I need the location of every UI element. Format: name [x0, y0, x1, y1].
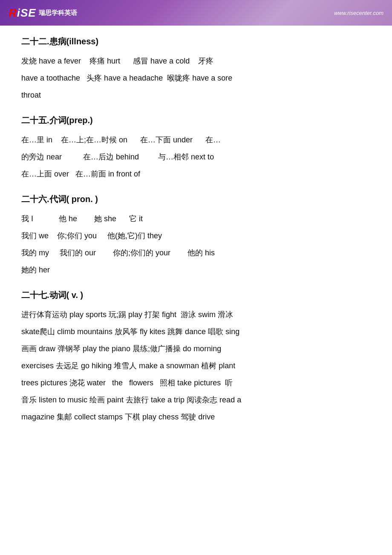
pron-text-4: 她的 her	[21, 262, 371, 278]
section-illness-body: 发烧 have a fever 疼痛 hurt 感冒 have a cold 牙…	[21, 53, 371, 103]
verb-text-5: trees pictures 浇花 water the flowers 照相 t…	[21, 375, 371, 390]
section-prep-body: 在…里 in 在…上;在…时候 on 在…下面 under 在… 的旁边 nea…	[21, 132, 371, 182]
verb-text-4: exercises 去远足 go hiking 堆雪人 make a snowm…	[21, 358, 371, 373]
logo-i: i	[17, 6, 20, 19]
logo-chinese: 瑞思学科英语	[39, 9, 77, 17]
pron-text-3: 我的 my 我们的 our 你的;你们的 your 他的 his	[21, 245, 371, 260]
illness-text: 发烧 have a fever 疼痛 hurt 感冒 have a cold 牙…	[21, 53, 371, 69]
section-illness: 二十二.患病(illness) 发烧 have a fever 疼痛 hurt …	[21, 36, 371, 103]
illness-text-3: throat	[21, 87, 371, 103]
section-pron-title: 二十六.代词( pron. )	[21, 194, 371, 205]
header-website: www.risecenter.com	[334, 10, 383, 16]
logo-area: RiSE 瑞思学科英语	[9, 6, 77, 20]
section-prep: 二十五.介词(prep.) 在…里 in 在…上;在…时候 on 在…下面 un…	[21, 115, 371, 182]
section-verb-body: 进行体育运动 play sports 玩;踢 play 打架 fight 游泳 …	[21, 307, 371, 425]
prep-text-2: 的旁边 near 在…后边 behind 与…相邻 next to	[21, 149, 371, 165]
verb-text-7: magazine 集邮 collect stamps 下棋 play chess…	[21, 409, 371, 425]
pron-text-1: 我 I 他 he 她 she 它 it	[21, 211, 371, 226]
prep-text-1: 在…里 in 在…上;在…时候 on 在…下面 under 在…	[21, 132, 371, 147]
logo-rise: RiSE	[9, 6, 36, 20]
header-banner: RiSE 瑞思学科英语 www.risecenter.com	[0, 0, 392, 26]
verb-text-1: 进行体育运动 play sports 玩;踢 play 打架 fight 游泳 …	[21, 307, 371, 322]
section-prep-title: 二十五.介词(prep.)	[21, 115, 371, 126]
verb-text-3: 画画 draw 弹钢琴 play the piano 晨练;做广播操 do mo…	[21, 341, 371, 356]
verb-text-6: 音乐 listen to music 绘画 paint 去旅行 take a t…	[21, 392, 371, 408]
prep-text-3: 在…上面 over 在…前面 in front of	[21, 166, 371, 182]
illness-text-2: have a toothache 头疼 have a headache 喉咙疼 …	[21, 70, 371, 86]
section-verb-title: 二十七.动词( v. )	[21, 289, 371, 301]
content-area: 二十二.患病(illness) 发烧 have a fever 疼痛 hurt …	[0, 36, 392, 425]
section-illness-title: 二十二.患病(illness)	[21, 36, 371, 47]
verb-text-2: skate爬山 climb mountains 放风筝 fly kites 跳舞…	[21, 324, 371, 339]
section-pron: 二十六.代词( pron. ) 我 I 他 he 她 she 它 it 我们 w…	[21, 194, 371, 278]
section-pron-body: 我 I 他 he 她 she 它 it 我们 we 你;你们 you 他(她,它…	[21, 211, 371, 278]
page-wrapper: RiSE 瑞思学科英语 www.risecenter.com 二十二.患病(il…	[0, 0, 392, 555]
logo-r: R	[9, 6, 17, 19]
section-verb: 二十七.动词( v. ) 进行体育运动 play sports 玩;踢 play…	[21, 289, 371, 425]
pron-text-2: 我们 we 你;你们 you 他(她,它)们 they	[21, 228, 371, 243]
